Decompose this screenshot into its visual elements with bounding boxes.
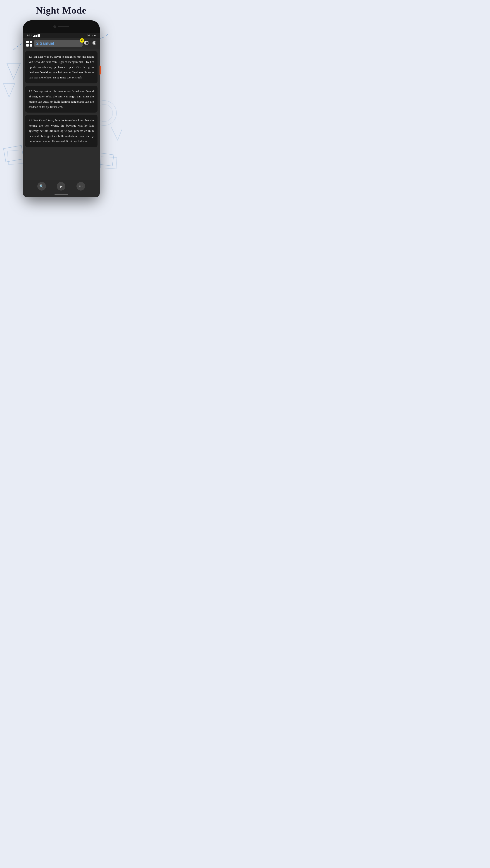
status-left: 3:11 <box>27 34 40 37</box>
page-title: Night Mode <box>0 0 122 20</box>
verse-text-1: 1.1 En daar was by geval 'n deugniet met… <box>29 55 94 79</box>
more-icon: ••• <box>79 184 83 188</box>
nav-more-button[interactable]: ••• <box>77 182 85 191</box>
status-time: 3:11 <box>27 34 32 37</box>
phone-mockup: 3:11 3G ▲ ■ <box>0 20 122 206</box>
svg-rect-9 <box>30 41 32 43</box>
verse-text-2: 2.2 Daarop trek al die manne van Israel … <box>29 90 94 108</box>
nav-play-button[interactable]: ▶ <box>57 182 65 191</box>
app-logo-icon[interactable] <box>26 40 32 47</box>
svg-rect-8 <box>26 41 29 43</box>
phone-home-bar <box>23 193 100 197</box>
toolbar-icons <box>84 40 96 46</box>
bottom-nav-bar: 🔍 ▶ ••• <box>23 180 100 193</box>
phone-speaker <box>58 26 69 27</box>
svg-rect-10 <box>26 44 29 46</box>
app-toolbar: 2 Samuel 20 <box>23 38 100 49</box>
phone-body: 3:11 3G ▲ ■ <box>23 20 100 197</box>
status-right: 3G ▲ ■ <box>87 34 95 37</box>
phone-top-notch <box>23 20 100 33</box>
svg-point-14 <box>93 42 95 43</box>
signal-bars <box>33 34 40 37</box>
book-title-button[interactable]: 2 Samuel 20 <box>34 40 83 47</box>
home-indicator <box>55 194 68 195</box>
play-icon: ▶ <box>60 184 62 188</box>
phone-content: 1.1 En daar was by geval 'n deugniet met… <box>23 49 100 180</box>
verse-card-2[interactable]: 2.2 Daarop trek al die manne van Israel … <box>25 86 97 113</box>
svg-rect-11 <box>30 44 32 46</box>
verse-card-1[interactable]: 1.1 En daar was by geval 'n deugniet met… <box>25 51 97 84</box>
signal-bar-3 <box>36 35 37 37</box>
book-title-text: 2 Samuel <box>36 41 54 46</box>
signal-bar-1 <box>33 36 34 37</box>
chapter-badge: 20 <box>80 38 84 43</box>
settings-icon[interactable] <box>92 40 96 46</box>
nav-search-button[interactable]: 🔍 <box>37 182 46 191</box>
verse-text-3: 3.3 Toe Dawid in sy huis in Jerusalem ko… <box>29 119 94 143</box>
gallery-icon[interactable] <box>84 41 89 46</box>
verse-card-3[interactable]: 3.3 Toe Dawid in sy huis in Jerusalem ko… <box>25 115 97 147</box>
network-type: 3G <box>87 34 90 37</box>
status-bar: 3:11 3G ▲ ■ <box>23 33 100 38</box>
signal-bar-4 <box>37 34 39 37</box>
phone-side-button <box>99 66 101 74</box>
signal-bar-5 <box>39 34 40 37</box>
battery-icon: ■ <box>94 34 95 37</box>
signal-bar-2 <box>34 35 35 37</box>
search-icon: 🔍 <box>39 184 44 188</box>
signal-icon: ▲ <box>91 34 93 37</box>
phone-camera <box>53 25 56 28</box>
